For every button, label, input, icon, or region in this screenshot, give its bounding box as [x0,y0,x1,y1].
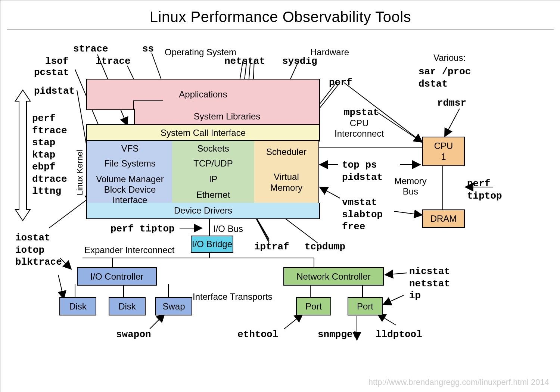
label-iobus: I/O Bus [213,224,243,234]
layer-port2: Port [348,297,383,315]
tool-rdmsr: rdmsr [437,97,466,109]
tool-strace: strace [73,43,108,55]
layer-swap: Swap [155,297,192,315]
tool-lldptool: lldptool [376,329,422,340]
page-title: Linux Performance Observability Tools [0,0,560,29]
label-cpuic: CPU Interconnect [335,118,384,139]
tool-topps: top ps pidstat [342,159,383,183]
layer-disk2: Disk [109,297,146,315]
tool-ltrace: ltrace [96,56,131,67]
tool-various: sar /proc dstat [419,66,471,90]
layer-syslib: System Libraries [134,109,320,125]
svg-line-43 [377,314,396,325]
label-itrans: Interface Transports [193,292,272,302]
label-kernel: Linux Kernel [75,150,85,195]
svg-line-40 [150,314,165,329]
tool-perf2: perf tiptop [467,178,502,202]
layer-iobridge: I/O Bridge [191,236,233,253]
layer-disk1: Disk [59,297,96,315]
tool-vmstat: vmstat slabtop free [342,196,383,233]
tool-iostat: iostat iotop blktrace [15,232,62,268]
tool-tcpdump: tcpdump [305,241,345,252]
tool-netstat: netstat [224,56,265,67]
tool-sysdig: sysdig [282,56,317,67]
tool-ss: ss [142,43,154,55]
layer-tcp: TCP/UDP [172,156,255,172]
diagram-canvas: Applications System Libraries System Cal… [0,38,560,392]
tool-swapon: swapon [116,329,151,340]
layer-vfs: VFS [86,140,174,157]
tool-mpstat: mpstat [344,107,379,118]
layer-netcontroller: Network Controller [283,267,384,286]
svg-line-14 [445,109,460,137]
layer-sci: System Call Interface [86,124,320,141]
tool-ethtool: ethtool [237,329,278,340]
footer-credit: http://www.brendangregg.com/linuxperf.ht… [368,377,549,387]
svg-line-41 [284,314,303,329]
tool-snmpget: snmpget [318,329,358,340]
layer-iocontroller: I/O Controller [77,267,157,286]
diagram-page: Linux Performance Observability Tools [0,0,560,392]
svg-line-18 [320,187,340,198]
layer-fs: File Systems [86,156,174,172]
tool-pidstat: pidstat [34,85,75,97]
tool-perf: perf [329,77,352,88]
title-rule [7,29,554,29]
layer-applications: Applications [86,79,320,110]
layer-eth: Ethernet [172,187,255,203]
layer-sockets: Sockets [172,140,255,157]
tool-leftstack: perf ftrace stap ktap ebpf dtrace lttng [32,112,67,197]
svg-line-13 [377,112,422,142]
tool-lsof: lsof [45,56,68,67]
syslib-connector-h [133,100,163,101]
label-exp: Expander Interconnect [84,245,175,255]
layer-ip: IP [172,171,255,188]
svg-line-45 [383,295,404,305]
layer-bdi: Block Device Interface [86,187,174,203]
layer-cpu: CPU 1 [422,137,465,166]
tool-iptraf: iptraf [254,241,289,252]
label-various: Various: [433,53,466,63]
tool-nicstat: nicstat netstat ip [409,265,450,302]
tool-pcstat: pcstat [34,67,69,78]
layer-port1: Port [296,297,331,315]
layer-dd: Device Drivers [86,203,320,219]
svg-line-19 [394,211,422,215]
syslib-connector-v [133,100,134,109]
layer-scheduler: Scheduler [254,140,319,164]
layer-dram: DRAM [422,209,465,228]
svg-line-26 [58,275,64,299]
tool-perftiptop: perf tiptop [111,223,175,234]
label-membus: Memory Bus [394,176,427,196]
svg-line-44 [385,273,407,275]
layer-vmem: Virtual Memory [254,162,319,203]
